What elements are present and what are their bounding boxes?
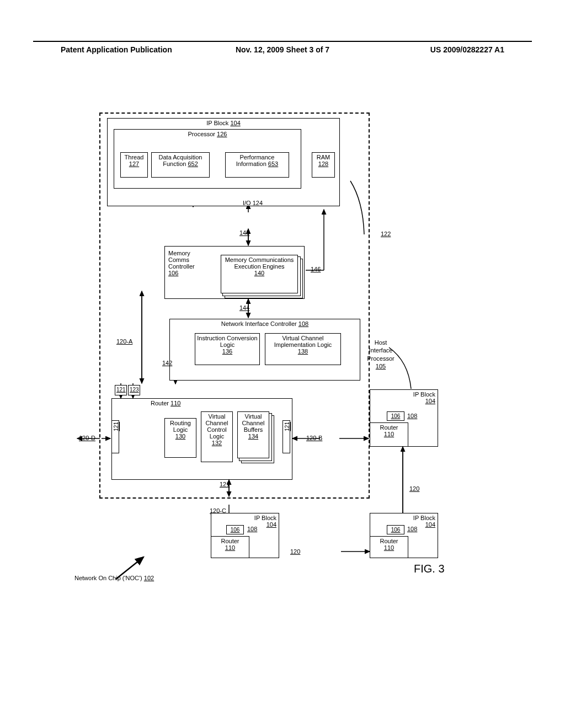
ref-145: 145: [239, 229, 249, 236]
ref-120-right: 120: [409, 485, 419, 492]
ram-label: RAM: [317, 154, 330, 160]
fig-label: FIG. 3: [414, 563, 445, 575]
ram-box: RAM128: [312, 152, 335, 178]
sm-br-router: Router110: [370, 536, 408, 558]
sm-bl-108: 108: [247, 526, 257, 532]
ref-120B: 120-B: [306, 435, 322, 441]
port-121-right: 121: [282, 420, 290, 453]
page: Patent Application Publication Nov. 12, …: [0, 0, 565, 728]
header-rule: [33, 41, 532, 42]
port-123-top: 123: [128, 385, 140, 395]
figure-3: IP Block 104 Processor 126 Thread127 Dat…: [83, 110, 475, 590]
vcil-label: Virtual Channel Implementation Logic: [274, 335, 332, 348]
ref-142: 142: [162, 360, 172, 366]
ref-122: 122: [381, 231, 391, 237]
sm-bl-106: 106: [226, 525, 244, 534]
noc-label: Network On Chip ('NOC') 102: [74, 575, 190, 581]
sm-right-106: 106: [387, 411, 404, 421]
header-left: Patent Application Publication: [61, 45, 209, 54]
page-header: Patent Application Publication Nov. 12, …: [0, 45, 565, 54]
sm-right-108: 108: [407, 413, 417, 419]
nic-title: Network Interface Controller 108: [171, 320, 359, 327]
mce-label: Memory Communications Execution Engines: [225, 256, 294, 270]
ref-120D: 120-D: [79, 435, 95, 441]
icl-box: Instruction Conversion Logic136: [195, 333, 260, 365]
rl-label: Routing Logic: [170, 420, 191, 433]
thread-box: Thread127: [120, 152, 148, 178]
ref-121-bottom: 121: [220, 481, 230, 488]
daf-box: Data Acquisition Function 652: [151, 152, 210, 178]
header-center: Nov. 12, 2009 Sheet 3 of 7: [209, 45, 356, 54]
vccl-label: Virtual Channel Control Logic: [206, 413, 228, 440]
vcb-label: Virtual Channel Buffers: [242, 413, 265, 433]
ip-block-title: IP Block 104: [109, 120, 338, 126]
ref-144: 144: [239, 304, 249, 311]
ref-146: 146: [311, 266, 321, 272]
router-title: Router 110: [151, 400, 291, 406]
ref-120A: 120-A: [116, 338, 132, 345]
port-121-top: 121: [115, 385, 127, 395]
mce-box: Memory Communications Execution Engines1…: [221, 255, 298, 293]
port-121-left: 121: [111, 420, 119, 453]
sm-br-108: 108: [407, 526, 417, 532]
sm-br-106: 106: [387, 525, 404, 534]
sm-bl-router: Router110: [211, 536, 249, 558]
icl-label: Instruction Conversion Logic: [197, 335, 257, 348]
thread-label: Thread: [125, 154, 144, 160]
hip-label: Host Interface Processor105: [362, 339, 399, 370]
vcil-box: Virtual Channel Implementation Logic138: [265, 333, 341, 365]
io-label: I/O 124: [231, 199, 275, 208]
sm-right-router: Router110: [370, 422, 408, 447]
vcb-box: Virtual Channel Buffers134: [237, 411, 269, 458]
mcc-label: Memory Comms Controller106: [166, 248, 204, 279]
processor-title: Processor 126: [115, 131, 300, 137]
ref-120-bottom: 120: [290, 548, 300, 555]
rl-box: Routing Logic130: [164, 418, 196, 458]
perf-box: Performance Information 653: [225, 152, 289, 178]
vccl-box: Virtual Channel Control Logic132: [201, 411, 233, 462]
header-right: US 2009/0282227 A1: [356, 45, 504, 54]
